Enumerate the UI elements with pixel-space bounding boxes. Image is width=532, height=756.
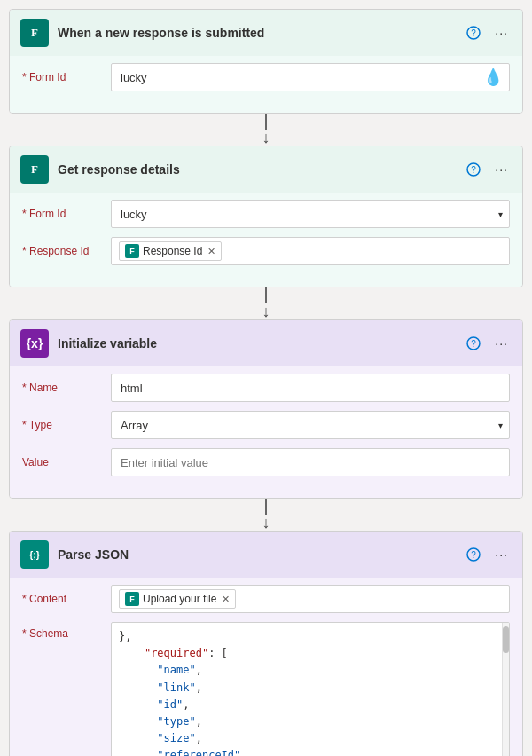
- schema-line-7: "size",: [119, 730, 502, 747]
- schema-line-2: "required": [: [119, 645, 502, 662]
- connector-arrow-3: ↓: [262, 515, 270, 531]
- parse-json-help-button[interactable]: ?: [463, 546, 484, 563]
- form-id-label: Form Id: [22, 71, 111, 83]
- response-id-tag: F Response Id ✕: [119, 241, 222, 261]
- form-id-input[interactable]: [111, 63, 510, 91]
- parse-json-more-button[interactable]: ···: [491, 546, 512, 563]
- var-type-input-wrap: ▾: [111, 411, 510, 439]
- var-type-input[interactable]: [111, 411, 510, 439]
- content-label: Content: [22, 593, 111, 605]
- init-variable-help-button[interactable]: ?: [463, 335, 484, 352]
- response-id-row: Response Id F Response Id ✕: [22, 237, 510, 265]
- get-response-icon: F: [20, 155, 49, 184]
- svg-text:?: ?: [472, 28, 477, 38]
- connector-2: ↓: [262, 287, 270, 319]
- schema-field-row: Schema }, "required": [ "name", "link", …: [22, 622, 510, 756]
- get-response-title: Get response details: [58, 162, 463, 177]
- var-value-row: Value: [22, 448, 510, 476]
- content-tag-input[interactable]: F Upload your file ✕: [111, 585, 510, 613]
- trigger-card-header: F When a new response is submitted ? ···: [10, 10, 522, 56]
- parse-json-actions: ? ···: [463, 546, 512, 563]
- var-type-row: Type ▾: [22, 411, 510, 439]
- schema-label: Schema: [22, 622, 111, 640]
- init-variable-title: Initialize variable: [58, 336, 463, 350]
- trigger-title: When a new response is submitted: [58, 26, 463, 40]
- schema-box[interactable]: }, "required": [ "name", "link", "id", "…: [111, 622, 510, 756]
- response-id-tag-icon: F: [125, 244, 139, 258]
- var-value-input-wrap: [111, 448, 510, 476]
- schema-box-wrap: }, "required": [ "name", "link", "id", "…: [111, 622, 510, 756]
- content-tag-close[interactable]: ✕: [222, 594, 230, 605]
- get-response-more-button[interactable]: ···: [491, 161, 512, 178]
- svg-text:?: ?: [472, 550, 477, 560]
- get-response-actions: ? ···: [463, 161, 512, 178]
- parse-json-body: Content F Upload your file ✕ S: [10, 578, 522, 756]
- parse-json-icon: {;}: [20, 540, 49, 569]
- get-response-body: Form Id ▾ Response Id F Response Id: [10, 193, 522, 287]
- content-field-row: Content F Upload your file ✕: [22, 585, 510, 613]
- init-variable-icon-label: {x}: [27, 336, 43, 350]
- content-tag-text: Upload your file: [143, 593, 216, 605]
- trigger-card: F When a new response is submitted ? ···…: [9, 9, 523, 114]
- svg-text:?: ?: [472, 339, 477, 349]
- init-variable-actions: ? ···: [463, 335, 512, 352]
- gr-form-id-input-wrap: ▾: [111, 200, 510, 228]
- get-response-icon-label: F: [31, 162, 38, 177]
- parse-json-title: Parse JSON: [58, 547, 463, 562]
- connector-arrow-2: ↓: [262, 303, 270, 319]
- trigger-icon-label: F: [31, 26, 38, 40]
- schema-scrollbar-thumb: [503, 626, 509, 653]
- schema-line-6: "type",: [119, 713, 502, 730]
- content-input-wrap: F Upload your file ✕: [111, 585, 510, 613]
- schema-line-3: "name",: [119, 662, 502, 679]
- connector-line-3: [265, 499, 267, 515]
- content-tag-icon: F: [125, 592, 139, 606]
- svg-text:?: ?: [472, 165, 477, 175]
- get-response-header: F Get response details ? ···: [10, 146, 522, 193]
- connector-line-2: [265, 287, 267, 303]
- get-response-help-button[interactable]: ?: [463, 161, 484, 178]
- form-id-input-wrap: 💧: [111, 63, 510, 91]
- response-id-tag-input[interactable]: F Response Id ✕: [111, 237, 510, 265]
- var-value-label: Value: [22, 456, 111, 469]
- init-variable-icon: {x}: [20, 329, 49, 358]
- gr-form-id-row: Form Id ▾: [22, 200, 510, 228]
- get-response-card: F Get response details ? ··· Form Id: [9, 146, 523, 287]
- schema-line-1: },: [119, 628, 502, 645]
- var-name-row: Name: [22, 374, 510, 402]
- response-id-input-wrap: F Response Id ✕: [111, 237, 510, 265]
- response-id-tag-text: Response Id: [143, 245, 202, 257]
- response-id-label: Response Id: [22, 245, 111, 257]
- init-variable-more-button[interactable]: ···: [491, 335, 512, 352]
- var-name-input[interactable]: [111, 374, 510, 402]
- response-id-tag-close[interactable]: ✕: [207, 246, 215, 257]
- connector-3: ↓: [262, 499, 270, 531]
- schema-line-4: "link",: [119, 680, 502, 697]
- connector-arrow-1: ↓: [262, 130, 270, 146]
- connector-line-1: [265, 114, 267, 130]
- form-id-row: Form Id 💧: [22, 63, 510, 91]
- init-variable-body: Name Type ▾ Value: [10, 366, 522, 498]
- var-name-label: Name: [22, 382, 111, 394]
- schema-scrollbar[interactable]: [502, 623, 509, 756]
- trigger-body: Form Id 💧: [10, 56, 522, 113]
- trigger-icon: F: [20, 19, 49, 47]
- var-name-input-wrap: [111, 374, 510, 402]
- trigger-help-button[interactable]: ?: [463, 24, 484, 42]
- parse-json-card: {;} Parse JSON ? ··· Content: [9, 531, 523, 756]
- content-tag: F Upload your file ✕: [119, 589, 236, 609]
- flow-container: F When a new response is submitted ? ···…: [0, 0, 532, 756]
- parse-json-icon-label: {;}: [29, 549, 40, 560]
- connector-1: ↓: [262, 114, 270, 146]
- trigger-actions: ? ···: [463, 24, 512, 42]
- init-variable-card: {x} Initialize variable ? ··· Name: [9, 319, 523, 499]
- init-variable-header: {x} Initialize variable ? ···: [10, 320, 522, 366]
- var-type-label: Type: [22, 419, 111, 431]
- var-value-input[interactable]: [111, 448, 510, 476]
- trigger-more-button[interactable]: ···: [491, 24, 512, 42]
- schema-line-8: "referenceId",: [119, 747, 502, 756]
- gr-form-id-input[interactable]: [111, 200, 510, 228]
- parse-json-header: {;} Parse JSON ? ···: [10, 532, 522, 578]
- schema-line-5: "id",: [119, 697, 502, 713]
- gr-form-id-label: Form Id: [22, 208, 111, 220]
